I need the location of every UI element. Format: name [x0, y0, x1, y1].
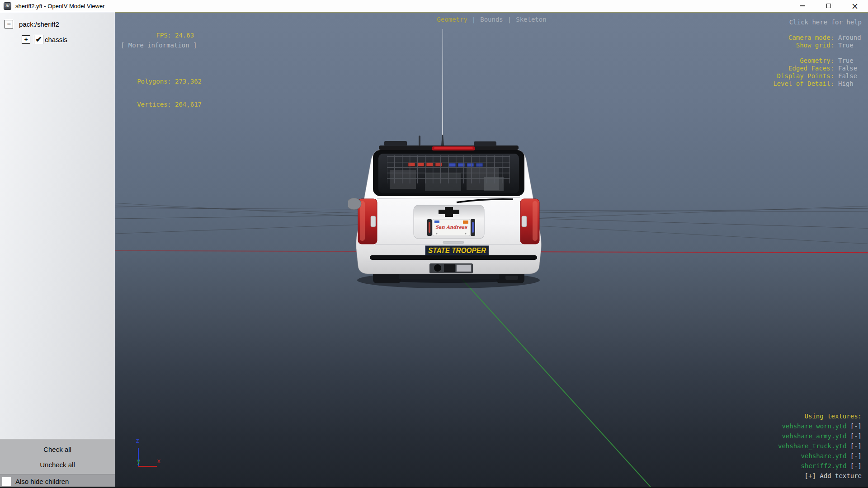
polygons-value: 273,362	[175, 78, 202, 85]
viewer-settings-block: Click here for help Camera mode: Around …	[773, 19, 862, 88]
model-tree: − pack:/sheriff2 + ✔ chassis	[0, 12, 115, 439]
camera-mode-label[interactable]: Camera mode:	[773, 34, 834, 42]
view-mode-switcher: Geometry|Bounds|Skeleton	[115, 16, 868, 23]
exhaust-tip	[505, 276, 518, 280]
expand-icon[interactable]: +	[22, 35, 30, 44]
texture-remove-button[interactable]: [-]	[850, 422, 862, 430]
texture-name: vehshare_worn.ytd	[782, 422, 846, 430]
mode-separator: |	[508, 16, 511, 23]
viewport-canvas[interactable]: San Andreas STATE TROOPER	[115, 12, 868, 488]
vehicle-model: San Andreas STATE TROOPER	[348, 135, 549, 291]
z-axis-label: z	[136, 437, 139, 444]
geometry-toggle-label[interactable]: Geometry:	[773, 57, 834, 65]
level-of-detail-value[interactable]: High	[838, 80, 862, 88]
restore-button[interactable]	[816, 0, 842, 12]
plate-sticker-left	[434, 221, 439, 223]
uncheck-all-button[interactable]: Uncheck all	[0, 457, 115, 472]
textures-panel: Using textures: vehshare_worn.ytd[-] veh…	[778, 411, 862, 481]
app-icon: IV	[4, 2, 11, 10]
roof-rail-right	[474, 141, 496, 146]
display-points-label[interactable]: Display Points:	[773, 72, 834, 80]
also-hide-children-label[interactable]: Also hide children	[15, 478, 69, 485]
minimize-icon	[800, 5, 805, 6]
vertices-line: Vertices:264,617	[137, 101, 202, 108]
texture-name: vehshare_army.ytd	[782, 432, 846, 440]
fps-label: FPS:	[137, 32, 171, 39]
tailgate-handle	[443, 241, 464, 244]
camera-settings: Camera mode: Around Show grid: True	[773, 34, 862, 49]
plate-light-left	[427, 219, 432, 236]
third-brake-light-glow	[434, 147, 473, 149]
texture-name: vehshare_truck.ytd	[778, 442, 847, 450]
plate-sticker-right	[463, 221, 468, 224]
texture-remove-button[interactable]: [-]	[850, 432, 862, 440]
partition-cage-mesh	[387, 155, 510, 183]
geometry-toggle-value[interactable]: True	[838, 57, 862, 65]
collapse-icon[interactable]: −	[5, 20, 13, 28]
edged-faces-value[interactable]: False	[838, 65, 862, 72]
antenna-short	[419, 136, 420, 145]
model-tree-sidebar: − pack:/sheriff2 + ✔ chassis Check all U…	[0, 12, 115, 488]
close-icon: ×	[851, 2, 859, 10]
antenna-base	[441, 135, 444, 145]
fps-value: 24.63	[175, 32, 194, 39]
stats-block: FPS:24.63 Polygons:273,362 Vertices:264,…	[137, 16, 202, 124]
bumper-hitch-recess	[429, 263, 473, 273]
tree-item-pack-label[interactable]: pack:/sheriff2	[19, 20, 59, 28]
also-hide-children-checkbox[interactable]	[2, 477, 11, 486]
title-bar: IV sheriff2.yft - OpenIV Model Viewer ×	[0, 0, 868, 12]
tree-item-pack[interactable]: − pack:/sheriff2	[0, 18, 115, 30]
textures-title: Using textures:	[778, 411, 862, 421]
fps-line: FPS:24.63	[137, 32, 202, 39]
level-of-detail-label[interactable]: Level of Detail:	[773, 80, 834, 88]
texture-item: sheriff2.ytd[-]	[778, 461, 862, 471]
check-all-button[interactable]: Check all	[0, 441, 115, 457]
restore-icon	[826, 4, 831, 8]
vertices-label: Vertices:	[137, 101, 171, 108]
render-settings: Geometry: True Edged Faces: False Displa…	[773, 57, 862, 88]
mode-separator: |	[472, 16, 476, 23]
plate-text: San Andreas	[435, 225, 468, 230]
show-grid-label[interactable]: Show grid:	[773, 42, 834, 49]
bumper-rub-strip	[370, 255, 537, 260]
also-hide-children-row[interactable]: Also hide children	[0, 474, 115, 488]
tail-light-right	[520, 199, 539, 244]
show-grid-value[interactable]: True	[838, 42, 862, 49]
tab-skeleton[interactable]: Skeleton	[516, 16, 546, 23]
banner-text: STATE TROOPER	[428, 247, 486, 254]
tree-button-panel: Check all Uncheck all	[0, 439, 115, 474]
texture-item: vehshare_army.ytd[-]	[778, 431, 862, 441]
texture-name: sheriff2.ytd	[801, 462, 847, 469]
add-texture-button[interactable]: [+] Add texture	[778, 471, 862, 481]
camera-mode-value[interactable]: Around	[838, 34, 862, 42]
texture-name: vehshare.ytd	[801, 452, 847, 460]
tree-item-chassis[interactable]: + ✔ chassis	[0, 33, 115, 45]
texture-item: vehshare_truck.ytd[-]	[778, 441, 862, 451]
x-axis-label: x	[157, 457, 160, 465]
polygons-label: Polygons:	[137, 78, 171, 85]
display-points-value[interactable]: False	[838, 72, 862, 80]
vertices-value: 264,617	[175, 101, 202, 108]
antenna-whip	[442, 29, 443, 136]
texture-item: vehshare.ytd[-]	[778, 451, 862, 461]
texture-remove-button[interactable]: [-]	[850, 462, 862, 469]
help-link[interactable]: Click here for help	[773, 19, 862, 26]
side-mirror-left	[348, 198, 361, 210]
x-axis-gizmo-line	[138, 466, 157, 467]
edged-faces-label[interactable]: Edged Faces:	[773, 65, 834, 72]
texture-remove-button[interactable]: [-]	[850, 452, 862, 460]
texture-remove-button[interactable]: [-]	[850, 442, 862, 450]
chassis-checkbox[interactable]: ✔	[34, 35, 43, 44]
y-axis-line	[461, 277, 654, 488]
license-plate: San Andreas	[433, 219, 470, 236]
more-information-link[interactable]: [ More information ]	[121, 42, 197, 49]
minimize-button[interactable]	[789, 0, 816, 12]
plate-light-right	[471, 219, 475, 236]
main-area: − pack:/sheriff2 + ✔ chassis Check all U…	[0, 12, 868, 488]
polygons-line: Polygons:273,362	[137, 78, 202, 85]
close-button[interactable]: ×	[842, 0, 868, 12]
window-controls: ×	[789, 0, 868, 12]
tab-geometry[interactable]: Geometry	[437, 16, 467, 23]
tree-item-chassis-label[interactable]: chassis	[45, 36, 67, 43]
tab-bounds[interactable]: Bounds	[480, 16, 503, 23]
